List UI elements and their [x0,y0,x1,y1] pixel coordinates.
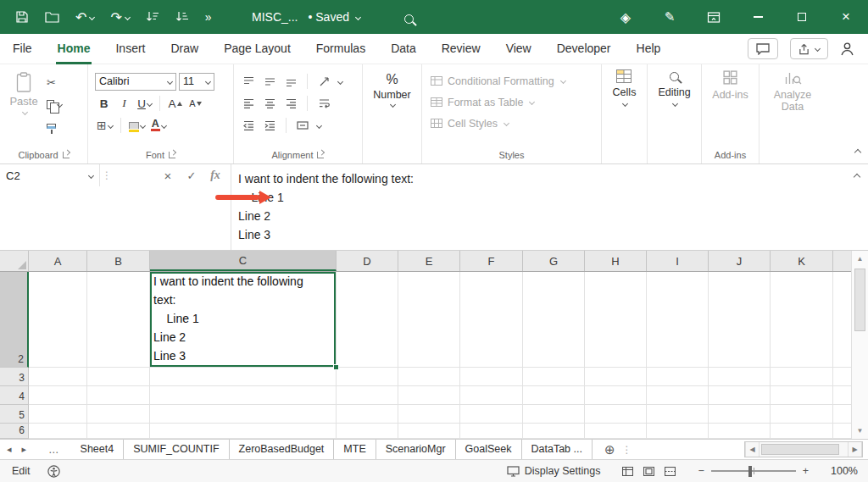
sheet-tab[interactable]: GoalSeek [456,440,522,459]
undo-button[interactable]: ↶ [75,9,94,25]
fill-color-button[interactable] [127,116,147,135]
tab-file[interactable]: File [0,34,45,64]
zoom-slider-thumb[interactable] [748,466,752,477]
row-header[interactable]: 4 [0,386,29,405]
align-center-button[interactable] [261,95,278,112]
tab-home[interactable]: Home [45,34,103,64]
cell[interactable] [833,424,851,439]
folder-icon[interactable] [45,11,59,23]
cell[interactable] [87,386,150,405]
cell[interactable] [771,272,833,368]
cell[interactable] [585,424,647,439]
tab-formulas[interactable]: Formulas [303,34,378,64]
insert-function-button[interactable]: fx [205,169,225,182]
cell[interactable] [709,368,771,386]
cell[interactable] [87,368,150,386]
column-header[interactable]: A [29,251,87,271]
next-sheet-button[interactable]: ▸ [22,444,27,455]
sheet-tab[interactable]: DataTab ... [522,440,593,459]
cell[interactable] [29,386,87,405]
cell[interactable] [337,272,398,368]
cell[interactable] [771,386,833,405]
cell[interactable] [398,272,460,368]
ribbon-display-options-icon[interactable] [692,0,736,34]
display-settings-button[interactable]: Display Settings [507,465,601,477]
sheet-tab[interactable]: ZeroBasedBudget [230,440,335,459]
font-name-combobox[interactable]: Calibri [95,73,176,91]
sheet-tab[interactable]: MTE [334,440,376,459]
column-header[interactable]: E [398,251,460,271]
save-status-button[interactable]: • Saved [308,10,360,24]
cell[interactable] [523,405,585,424]
align-right-button[interactable] [282,95,299,112]
cell[interactable] [29,272,87,368]
conditional-formatting-button[interactable]: Conditional Formatting [431,70,601,91]
cut-button[interactable]: ✂ [44,74,64,91]
cell[interactable] [585,386,647,405]
page-break-preview-button[interactable] [665,467,676,476]
italic-button[interactable]: I [115,94,133,113]
cell[interactable] [585,405,647,424]
zoom-out-button[interactable]: − [698,465,704,477]
cell[interactable] [150,424,337,439]
wrap-text-button[interactable] [315,95,332,112]
page-layout-view-button[interactable] [643,467,654,476]
cell[interactable] [585,368,647,386]
row-header[interactable]: 3 [0,368,29,386]
sheet-overflow-indicator[interactable]: … [48,444,59,456]
cell[interactable] [337,405,398,424]
name-box[interactable]: C2 [0,164,100,186]
row-header[interactable]: 5 [0,405,29,424]
cell[interactable] [150,368,337,386]
chevron-down-icon[interactable] [89,14,95,19]
format-as-table-button[interactable]: Format as Table [431,91,601,113]
sheet-tab[interactable]: Sheet4 [71,440,125,459]
font-size-combobox[interactable]: 11 [179,73,214,91]
sort-ascending-button[interactable] [146,11,159,23]
column-header[interactable]: K [771,251,833,271]
horizontal-scrollbar-thumb[interactable] [761,444,839,455]
align-bottom-button[interactable] [282,73,299,90]
cell[interactable] [29,405,87,424]
collapse-formula-bar-button[interactable] [846,164,868,250]
cell[interactable] [460,272,523,368]
cancel-button[interactable]: × [158,169,178,183]
column-header[interactable]: B [87,251,150,271]
normal-view-button[interactable] [622,467,633,476]
cell[interactable] [833,405,851,424]
scroll-down-icon[interactable]: ▼ [852,423,868,439]
minimize-button[interactable] [736,0,780,34]
cell[interactable] [398,424,460,439]
search-icon[interactable] [404,12,414,27]
orientation-button[interactable] [315,73,332,90]
column-header[interactable]: G [523,251,585,271]
column-header[interactable]: D [337,251,398,271]
decrease-font-size-button[interactable]: A [186,94,204,113]
row-header[interactable]: 6 [0,424,29,439]
cell[interactable] [771,424,833,439]
cell[interactable] [460,424,523,439]
zoom-level[interactable]: 100% [831,465,858,477]
user-avatar-icon[interactable] [840,42,854,56]
copy-button[interactable] [44,96,64,113]
cell[interactable] [709,405,771,424]
editing-button[interactable]: Editing [658,69,690,106]
cell[interactable] [709,424,771,439]
cell[interactable] [398,405,460,424]
save-icon[interactable] [15,10,29,24]
cell[interactable] [460,405,523,424]
chevron-down-icon[interactable] [125,14,131,19]
cell[interactable] [833,368,851,386]
cell[interactable] [337,424,398,439]
sort-descending-button[interactable] [175,11,189,23]
tab-insert[interactable]: Insert [103,34,158,64]
scroll-right-icon[interactable]: ▶ [848,442,862,457]
row-header-selected[interactable]: 2 [0,272,29,368]
align-left-button[interactable] [240,95,257,112]
borders-button[interactable]: ⊞ [95,116,114,135]
share-button[interactable] [790,38,828,59]
zoom-slider[interactable] [711,470,796,472]
cell[interactable] [337,368,398,386]
fill-handle[interactable] [333,364,339,370]
cell[interactable] [709,272,771,368]
